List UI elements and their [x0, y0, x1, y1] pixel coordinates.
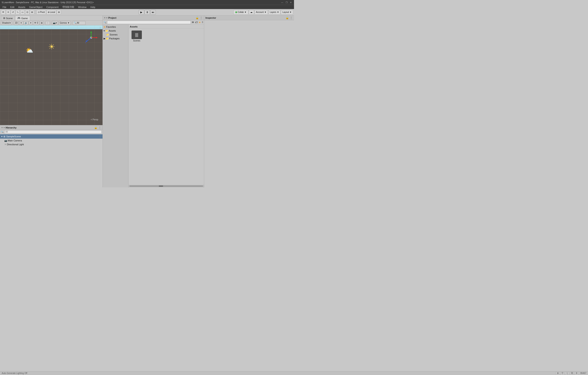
local-icon: ⊕ [48, 11, 49, 13]
hidden-objects-button[interactable]: 👁 0 [33, 21, 39, 25]
custom-tool-button[interactable]: ⊞ [30, 10, 34, 15]
asset-scenes-folder[interactable]: ▇ Scenes [130, 31, 143, 42]
inspector-header-right: 🔒 ⋮ [286, 16, 293, 20]
move-tool-button[interactable]: ✛ [6, 10, 10, 15]
hierarchy-directional-light[interactable]: ☀ Directional Light [3, 143, 103, 146]
scene-search-input[interactable]: 🔍 All [73, 21, 85, 25]
hierarchy-main-camera[interactable]: 📷 Main Camera [3, 139, 103, 143]
account-label: Account ▼ [256, 11, 266, 13]
local-button[interactable]: ⊕ Local [46, 10, 56, 15]
scenes-folder-icon: 📁 [106, 33, 109, 36]
camera-icon: 📷 [4, 139, 7, 142]
play-button[interactable]: ▶ [139, 10, 144, 15]
gizmos-button[interactable]: Gizmos ▼ [58, 21, 71, 25]
audio-button[interactable]: 🔊 [24, 21, 28, 25]
effects-button[interactable]: ✦ [29, 21, 33, 25]
game-tab-icon: 🎮 [17, 17, 21, 20]
hierarchy-add-button[interactable]: + [1, 126, 3, 129]
snap-button[interactable]: ⊞ [57, 10, 61, 15]
tree-scenes[interactable]: 📁 Scenes [105, 33, 128, 37]
sun-object[interactable]: ☀ [47, 42, 56, 51]
scene-tab[interactable]: ⊞ Scene [1, 16, 15, 21]
menu-assets[interactable]: Assets [17, 5, 27, 9]
cloud-button[interactable]: ☁ [249, 10, 254, 15]
hierarchy-lock-icon[interactable]: 🔒 [94, 126, 97, 129]
hierarchy-scene-options[interactable]: ⋮ [99, 135, 101, 138]
hierarchy-panel: + ▾ Hierarchy 🔒 ⋮ 🔍 ▾ ⊞ SampleScene [0, 125, 103, 188]
scrollbar-thumb[interactable] [159, 186, 163, 187]
shading-mode-label: Shaded [2, 22, 9, 24]
maximize-button[interactable]: ❐ [285, 1, 288, 4]
scene-viewport[interactable]: ☀ ⛅ x [0, 25, 103, 125]
project-content: Assets ▇ Scenes [128, 24, 204, 188]
scene-options-btn[interactable]: ⋮ [46, 21, 50, 25]
step-button[interactable]: ⏭ [150, 10, 156, 15]
title-bar: 9.LearnMore - SampleScene - PC, Mac & Li… [0, 0, 294, 5]
minimize-button[interactable]: — [281, 1, 284, 4]
menu-component[interactable]: Component [44, 5, 60, 9]
scale-tool-button[interactable]: ⤡ [15, 10, 20, 15]
hierarchy-scene-inner: ▾ ⊞ SampleScene [1, 135, 21, 138]
scene-more-options[interactable]: ⋮ [99, 26, 102, 30]
project-eye-icon[interactable]: 👁 [192, 21, 194, 24]
project-scrollbar[interactable] [128, 185, 204, 188]
scrollbar-track[interactable] [129, 186, 203, 187]
hierarchy-search-input[interactable] [4, 130, 102, 134]
menu-window[interactable]: Window [76, 5, 88, 9]
inspector-header-left: Inspector [205, 17, 216, 19]
rotate-tool-button[interactable]: ↺ [11, 10, 15, 15]
toolbar: 👁 ✛ ↺ ⤡ ▭ ⊡ ⊞ ⊙ Pivot ⊕ Local ⊞ ▶ ⏸ ⏭ Co… [0, 9, 294, 15]
account-button[interactable]: Account ▼ [254, 10, 268, 15]
game-tab[interactable]: 🎮 Game [15, 16, 30, 21]
pause-button[interactable]: ⏸ [144, 10, 150, 15]
transform-tool-button[interactable]: ⊡ [25, 10, 30, 15]
lighting-button[interactable]: ☀ [19, 21, 23, 25]
layers-button[interactable]: Layers ▼ [268, 10, 281, 15]
local-label: Local [50, 11, 55, 13]
cloud-object[interactable]: ⛅ [26, 47, 33, 54]
menu-edit[interactable]: Edit [9, 5, 16, 9]
svg-marker-2 [96, 37, 98, 39]
grid-button[interactable]: ⊞ [40, 21, 44, 25]
light-icon: ☀ [4, 143, 6, 146]
gizmos-label: Gizmos ▼ [60, 22, 70, 24]
inspector-lock-icon[interactable]: 🔒 [286, 16, 289, 19]
menu-file[interactable]: File [1, 5, 8, 9]
hierarchy-options-icon[interactable]: ⋮ [98, 126, 101, 129]
project-options-icon[interactable]: ⋮ [200, 16, 203, 20]
project-add-dropdown[interactable]: ▾ [106, 17, 107, 19]
shading-mode-button[interactable]: Shaded ▾ [1, 21, 12, 25]
project-search-input[interactable] [107, 21, 191, 24]
scene-gizmo[interactable]: x z [84, 31, 98, 45]
rect-tool-button[interactable]: ▭ [20, 10, 25, 15]
middle-panel: + ▾ Project 🔒 ⋮ 🔍 👁 🏷 ★ 8 ★ Favorites [103, 15, 204, 188]
menu-enhanced[interactable]: 増強版功能 [61, 5, 76, 9]
scene-cube-icon: ⊞ [3, 135, 5, 138]
hand-tool-button[interactable]: 👁 [1, 10, 6, 15]
project-label-icon[interactable]: 🏷 [195, 21, 198, 24]
camera-button[interactable]: 📷 ▾ [52, 21, 58, 25]
cloud-icon: ☁ [250, 11, 252, 13]
tree-assets[interactable]: ▾ 📁 Assets [103, 29, 128, 33]
project-lock-icon[interactable]: 🔒 [196, 16, 199, 19]
hierarchy-scene-name: SampleScene [6, 135, 21, 138]
menu-gameobject[interactable]: GameObject [28, 5, 44, 9]
close-button[interactable]: ✕ [289, 1, 292, 4]
pivot-button[interactable]: ⊙ Pivot [37, 10, 46, 15]
layers-label: Layers ▼ [270, 11, 279, 13]
tree-packages[interactable]: ▶ 📁 Packages [103, 37, 128, 40]
hierarchy-add-dropdown[interactable]: ▾ [4, 126, 5, 129]
project-search-icon: 🔍 [104, 21, 106, 23]
project-star-icon[interactable]: ★ [199, 21, 201, 24]
layout-button[interactable]: Layout ▼ [281, 10, 293, 15]
tree-favorites[interactable]: ★ Favorites [103, 25, 128, 29]
project-add-button[interactable]: + [104, 16, 105, 19]
view-2d-button[interactable]: 2D [14, 21, 19, 25]
hierarchy-light-label: Directional Light [7, 143, 24, 146]
gizmo-svg: x z [84, 31, 98, 45]
layout-label: Layout ▼ [282, 11, 292, 13]
menu-help[interactable]: Help [89, 5, 97, 9]
hierarchy-scene-row[interactable]: ▾ ⊞ SampleScene ⋮ [0, 134, 103, 139]
inspector-options-icon[interactable]: ⋮ [290, 16, 293, 20]
collab-button[interactable]: Collab ▼ [233, 10, 248, 15]
